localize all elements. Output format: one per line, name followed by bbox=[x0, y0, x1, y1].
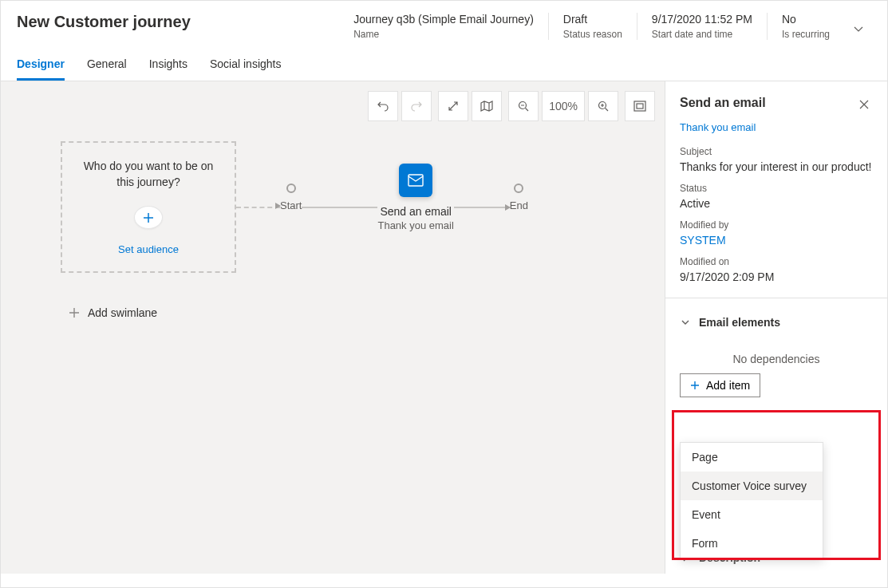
panel-title: Send an email bbox=[680, 96, 766, 110]
audience-placeholder[interactable]: Who do you want to be on this journey? S… bbox=[61, 141, 236, 273]
undo-button[interactable] bbox=[368, 91, 398, 121]
expand-header-button[interactable] bbox=[844, 13, 871, 38]
zoom-out-button[interactable] bbox=[508, 91, 539, 121]
add-audience-button[interactable] bbox=[134, 206, 163, 229]
tab-social-insights[interactable]: Social insights bbox=[210, 48, 282, 81]
email-node-title: Send an email bbox=[380, 205, 452, 218]
audience-prompt: Who do you want to be on this journey? bbox=[78, 159, 219, 190]
menu-item-event[interactable]: Event bbox=[681, 500, 823, 529]
zoom-in-button[interactable] bbox=[588, 91, 618, 121]
no-dependencies-text: No dependencies bbox=[665, 337, 887, 373]
redo-icon bbox=[410, 100, 423, 112]
email-node-subtitle: Thank you email bbox=[377, 219, 453, 231]
field-status: Status Active bbox=[665, 178, 887, 215]
redo-button[interactable] bbox=[401, 91, 432, 121]
meta-recurring[interactable]: No Is recurring bbox=[767, 13, 844, 40]
close-panel-button[interactable] bbox=[855, 96, 873, 116]
svg-rect-4 bbox=[408, 175, 423, 186]
end-dot-icon bbox=[514, 184, 523, 193]
field-modified-by: Modified by SYSTEM bbox=[665, 215, 887, 251]
flow-connector bbox=[454, 207, 510, 208]
record-header: New Customer journey Journey q3b (Simple… bbox=[1, 1, 887, 48]
flow-connector bbox=[236, 207, 280, 208]
zoom-out-icon bbox=[518, 101, 529, 112]
close-icon bbox=[858, 99, 870, 110]
record-meta: Journey q3b (Simple Email Journey) Name … bbox=[339, 13, 844, 40]
designer-canvas[interactable]: 100% Who do you want to be on this journ… bbox=[1, 81, 665, 574]
field-subject: Subject Thanks for your interest in our … bbox=[665, 141, 887, 178]
tab-general[interactable]: General bbox=[87, 48, 127, 81]
undo-icon bbox=[377, 100, 389, 112]
add-item-menu: Page Customer Voice survey Event Form bbox=[680, 442, 823, 558]
plus-icon bbox=[142, 211, 155, 224]
start-dot-icon bbox=[286, 184, 296, 193]
tab-bar: Designer General Insights Social insight… bbox=[1, 48, 887, 81]
expand-button[interactable] bbox=[438, 91, 468, 121]
journey-flow: Who do you want to be on this journey? S… bbox=[61, 141, 528, 273]
meta-start-date[interactable]: 9/17/2020 11:52 PM Start date and time bbox=[637, 13, 767, 40]
plus-icon bbox=[69, 307, 80, 318]
email-icon bbox=[408, 174, 424, 187]
field-modified-on: Modified on 9/17/2020 2:09 PM bbox=[665, 251, 887, 288]
properties-panel: Send an email Thank you email Subject Th… bbox=[665, 81, 887, 574]
canvas-toolbar: 100% bbox=[368, 91, 655, 121]
map-icon bbox=[480, 101, 493, 112]
zoom-level[interactable]: 100% bbox=[542, 91, 585, 121]
tab-insights[interactable]: Insights bbox=[149, 48, 187, 81]
email-link[interactable]: Thank you email bbox=[665, 121, 887, 141]
chevron-down-icon bbox=[852, 22, 865, 35]
set-audience-link[interactable]: Set audience bbox=[118, 243, 179, 255]
start-node[interactable]: Start bbox=[280, 184, 302, 211]
plus-icon bbox=[690, 381, 700, 390]
fit-icon bbox=[633, 101, 646, 112]
fit-to-screen-button[interactable] bbox=[625, 91, 655, 121]
menu-item-page[interactable]: Page bbox=[681, 443, 823, 472]
menu-item-form[interactable]: Form bbox=[681, 529, 823, 558]
expand-icon bbox=[448, 101, 459, 112]
email-node[interactable]: Send an email Thank you email bbox=[377, 164, 453, 231]
section-email-elements[interactable]: Email elements bbox=[665, 308, 887, 337]
zoom-in-icon bbox=[598, 101, 609, 112]
chevron-down-icon bbox=[680, 317, 691, 328]
minimap-button[interactable] bbox=[472, 91, 502, 121]
add-item-button[interactable]: Add item bbox=[680, 373, 760, 397]
flow-connector bbox=[302, 207, 377, 208]
end-node[interactable]: End bbox=[510, 184, 528, 211]
menu-item-customer-voice-survey[interactable]: Customer Voice survey bbox=[681, 472, 823, 500]
svg-rect-2 bbox=[634, 101, 645, 111]
svg-rect-3 bbox=[637, 104, 643, 109]
page-title: New Customer journey bbox=[17, 13, 339, 31]
tab-designer[interactable]: Designer bbox=[17, 48, 65, 81]
modified-by-link[interactable]: SYSTEM bbox=[680, 234, 873, 247]
add-swimlane-button[interactable]: Add swimlane bbox=[69, 306, 157, 319]
meta-status-reason[interactable]: Draft Status reason bbox=[548, 13, 637, 40]
divider bbox=[665, 298, 887, 298]
meta-name[interactable]: Journey q3b (Simple Email Journey) Name bbox=[339, 13, 548, 40]
